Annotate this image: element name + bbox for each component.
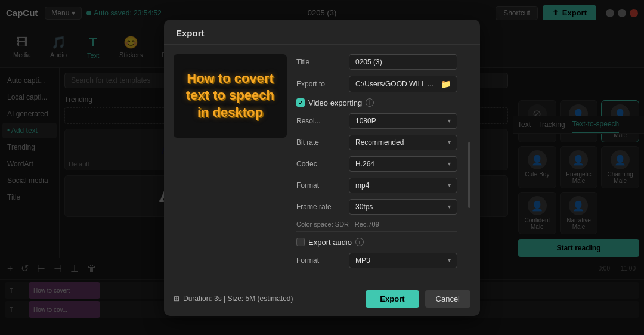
form-row-export-to: Export to C:/Users/GOOD WILL ... 📁 [296,76,457,92]
dialog-title: Export [164,20,480,45]
audio-export-info-icon: i [355,238,364,246]
bitrate-select[interactable]: Recommended ▾ [349,135,457,150]
preview-pane: How to covert text to speech in desktop [174,54,287,138]
resolution-arrow-icon: ▾ [448,117,451,124]
form-row-bitrate: Bit rate Recommended ▾ [296,135,457,150]
scrollbar-track [467,54,470,274]
codec-arrow-icon: ▾ [448,160,451,167]
export-to-label: Export to [296,80,344,88]
form-pane: Title Export to C:/Users/GOOD WILL ... 📁… [296,54,457,274]
duration-icon: ⊞ [174,294,179,303]
cancel-dialog-button[interactable]: Cancel [425,290,470,308]
framerate-select[interactable]: 30fps ▾ [349,199,457,215]
form-row-audio-format: Format MP3 ▾ [296,253,457,268]
title-label: Title [296,58,344,66]
dialog-overlay: Export How to covert text to speech in d… [0,0,644,335]
audio-export-label: Export audio [308,238,352,247]
audio-format-label: Format [296,256,344,265]
form-row-framerate: Frame rate 30fps ▾ [296,199,457,215]
bitrate-arrow-icon: ▾ [448,139,451,145]
resolution-label: Resol... [296,117,344,125]
resolution-select[interactable]: 1080P ▾ [349,113,457,129]
browse-folder-button[interactable]: 📁 [441,79,451,89]
codec-label: Codec [296,160,344,168]
bitrate-label: Bit rate [296,138,344,147]
scrollbar-thumb[interactable] [468,142,470,208]
audio-export-checkbox[interactable] [296,238,305,246]
export-path-field[interactable]: C:/Users/GOOD WILL ... 📁 [349,76,457,92]
export-dialog: Export How to covert text to speech in d… [164,20,480,316]
form-row-codec: Codec H.264 ▾ [296,156,457,172]
form-row-resolution: Resol... 1080P ▾ [296,113,457,129]
duration-text: Duration: 3s | Size: 5M (estimated) [183,294,293,303]
preview-text: How to covert text to speech in desktop [174,64,287,128]
title-input[interactable] [349,54,457,70]
video-export-checkbox[interactable]: ✓ [296,98,305,107]
audio-checkbox-row: Export audio i [296,238,457,247]
audio-format-arrow-icon: ▾ [448,257,451,263]
audio-section: Export audio i [296,231,457,247]
audio-format-select[interactable]: MP3 ▾ [349,253,457,268]
video-export-checkbox-row: ✓ Video exporting i [296,98,457,107]
format-arrow-icon: ▾ [448,182,451,188]
form-row-title: Title [296,54,457,70]
framerate-label: Frame rate [296,203,344,211]
video-export-info-icon: i [366,98,374,107]
form-row-format: Format mp4 ▾ [296,178,457,193]
export-dialog-button[interactable]: Export [366,290,419,308]
format-label: Format [296,181,344,190]
duration-info: ⊞ Duration: 3s | Size: 5M (estimated) [174,294,360,303]
framerate-arrow-icon: ▾ [448,203,451,210]
dialog-footer: ⊞ Duration: 3s | Size: 5M (estimated) Ex… [164,284,480,316]
format-select[interactable]: mp4 ▾ [349,178,457,193]
video-export-label: Video exporting [308,98,362,107]
dialog-body: How to covert text to speech in desktop … [164,45,480,284]
color-space-label: Color space: SDR - Rec.709 [296,221,457,228]
codec-select[interactable]: H.264 ▾ [349,156,457,172]
